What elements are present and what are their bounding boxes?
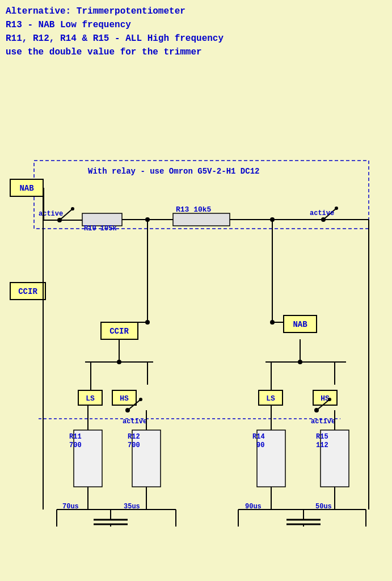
- svg-text:LS: LS: [86, 394, 95, 403]
- svg-rect-13: [82, 213, 122, 226]
- svg-text:70us: 70us: [62, 503, 79, 511]
- svg-text:R15: R15: [316, 433, 328, 441]
- svg-text:NAB: NAB: [19, 184, 34, 193]
- header-line4: use the double value for the trimmer: [6, 45, 386, 59]
- header-line2: R13 - NAB Low frequency: [6, 18, 386, 32]
- svg-text:HS: HS: [120, 394, 129, 403]
- svg-text:R12: R12: [128, 433, 140, 441]
- svg-text:R14: R14: [252, 433, 265, 441]
- svg-text:R13  10k5: R13 10k5: [176, 205, 212, 214]
- svg-text:700: 700: [69, 441, 82, 449]
- svg-text:active: active: [311, 418, 335, 426]
- svg-text:active: active: [39, 210, 63, 218]
- svg-text:LS: LS: [266, 394, 275, 403]
- svg-text:35us: 35us: [124, 503, 140, 511]
- header-line1: Alternative: Trimmerpotentiometer: [6, 5, 386, 18]
- svg-point-10: [71, 207, 74, 210]
- svg-text:active: active: [310, 209, 334, 217]
- svg-text:R11: R11: [69, 433, 82, 441]
- svg-text:CCIR: CCIR: [109, 327, 129, 336]
- svg-text:NAB: NAB: [293, 320, 307, 329]
- svg-point-68: [328, 398, 331, 401]
- svg-point-54: [139, 398, 142, 401]
- svg-text:CCIR: CCIR: [18, 287, 37, 296]
- header-line3: R11, R12, R14 & R15 - ALL High frequency: [6, 32, 386, 45]
- svg-rect-20: [173, 213, 230, 226]
- page: Alternative: Trimmerpotentiometer R13 - …: [0, 0, 392, 581]
- svg-text:90: 90: [256, 441, 264, 449]
- svg-point-37: [145, 320, 150, 325]
- svg-text:700: 700: [128, 441, 140, 449]
- svg-point-26: [335, 207, 338, 210]
- schematic-area: With relay - use Omron G5V-2-H1 DC12 NAB…: [0, 61, 392, 527]
- svg-text:With relay - use Omron G5V-2-H: With relay - use Omron G5V-2-H1 DC12: [88, 167, 259, 176]
- svg-text:112: 112: [316, 441, 328, 449]
- svg-text:R10  105k: R10 105k: [84, 225, 117, 233]
- svg-text:50us: 50us: [315, 503, 332, 511]
- header-text: Alternative: Trimmerpotentiometer R13 - …: [0, 0, 392, 61]
- svg-text:90us: 90us: [245, 503, 262, 511]
